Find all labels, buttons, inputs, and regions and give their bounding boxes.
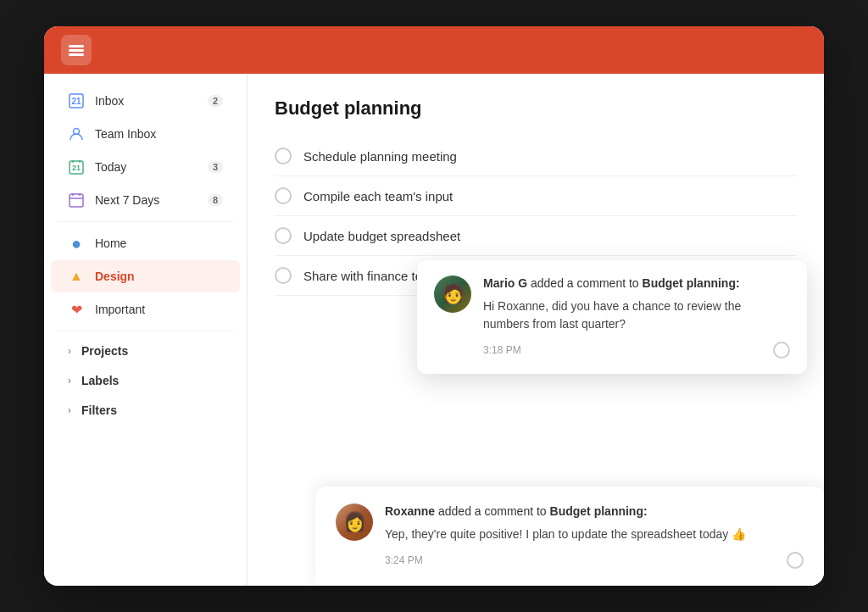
mario-avatar: 🧑	[434, 275, 471, 313]
today-icon: 21	[68, 159, 85, 175]
sidebar-section-projects[interactable]: › Projects	[51, 337, 240, 365]
roxanne-avatar: 👩	[336, 504, 373, 541]
mario-message: Hi Roxanne, did you have a chance to rev…	[483, 298, 790, 333]
svg-rect-7	[70, 194, 83, 207]
today-badge: 3	[208, 161, 223, 173]
task-checkbox-3[interactable]	[275, 227, 292, 244]
sidebar-inbox-label: Inbox	[95, 94, 198, 108]
content-area: Budget planning Schedule planning meetin…	[248, 74, 824, 586]
mario-action: added a comment to	[531, 276, 643, 290]
sidebar-section-labels[interactable]: › Labels	[51, 366, 240, 395]
important-heart-icon: ❤	[68, 301, 85, 318]
roxanne-notification-body: Roxanne added a comment to Budget planni…	[385, 504, 804, 569]
roxanne-check-button[interactable]	[787, 552, 804, 569]
mario-notification-body: Mario G added a comment to Budget planni…	[483, 275, 790, 359]
roxanne-notification-card: 👩 Roxanne added a comment to Budget plan…	[315, 487, 824, 586]
app-logo[interactable]	[61, 35, 92, 65]
roxanne-message: Yep, they're quite positive! I plan to u…	[385, 526, 804, 543]
task-checkbox-2[interactable]	[275, 187, 292, 204]
roxanne-time: 3:24 PM	[385, 554, 423, 566]
task-item: Compile each team's input	[275, 176, 797, 216]
mario-notification-title: Mario G added a comment to Budget planni…	[483, 275, 790, 292]
svg-text:21: 21	[72, 164, 81, 172]
filters-chevron-icon: ›	[68, 404, 71, 416]
sidebar-item-home[interactable]: ● Home	[51, 227, 240, 259]
mario-notification-popup: 🧑 Mario G added a comment to Budget plan…	[417, 260, 807, 374]
mario-footer: 3:18 PM	[483, 342, 790, 359]
labels-chevron-icon: ›	[68, 375, 71, 387]
home-dot-icon: ●	[68, 235, 85, 252]
mario-name: Mario G	[483, 276, 527, 290]
mario-check-button[interactable]	[773, 342, 790, 359]
sidebar-design-label: Design	[95, 270, 223, 283]
page-title: Budget planning	[275, 97, 797, 120]
roxanne-target: Budget planning:	[550, 504, 648, 518]
design-triangle-icon: ▲	[68, 268, 85, 285]
sidebar-next7-label: Next 7 Days	[95, 193, 198, 207]
sidebar-item-today[interactable]: 21 Today 3	[51, 151, 240, 183]
sidebar-section-filters[interactable]: › Filters	[51, 396, 240, 425]
sidebar-item-design[interactable]: ▲ Design	[51, 260, 240, 292]
task-item: Schedule planning meeting	[275, 136, 797, 176]
sidebar: 21 Inbox 2 Team Inbox	[44, 74, 248, 586]
inbox-badge: 2	[208, 95, 223, 107]
sidebar-item-next7days[interactable]: Next 7 Days 8	[51, 184, 240, 216]
mario-target: Budget planning:	[643, 276, 740, 290]
task-text-1: Schedule planning meeting	[303, 149, 457, 164]
sidebar-home-label: Home	[95, 236, 223, 250]
task-text-2: Compile each team's input	[303, 189, 453, 203]
roxanne-notification-title: Roxanne added a comment to Budget planni…	[385, 504, 804, 520]
sidebar-today-label: Today	[95, 160, 198, 174]
next7-badge: 8	[208, 194, 223, 206]
inbox-icon: 21	[68, 92, 85, 109]
roxanne-footer: 3:24 PM	[385, 552, 804, 569]
task-item: Update budget spreadsheet	[275, 216, 797, 256]
mario-time: 3:18 PM	[483, 344, 521, 356]
sidebar-item-inbox[interactable]: 21 Inbox 2	[51, 85, 240, 117]
task-checkbox-4[interactable]	[275, 267, 292, 284]
task-text-3: Update budget spreadsheet	[303, 229, 460, 243]
sidebar-item-team-inbox[interactable]: Team Inbox	[51, 118, 240, 150]
sidebar-labels-label: Labels	[81, 374, 119, 387]
sidebar-divider-1	[58, 221, 233, 222]
next7-icon	[68, 192, 85, 209]
main-layout: 21 Inbox 2 Team Inbox	[44, 74, 824, 586]
team-inbox-icon	[68, 125, 85, 142]
sidebar-team-inbox-label: Team Inbox	[95, 127, 223, 141]
sidebar-item-important[interactable]: ❤ Important	[51, 293, 240, 325]
sidebar-filters-label: Filters	[81, 403, 117, 417]
projects-chevron-icon: ›	[68, 345, 71, 357]
app-window: 21 Inbox 2 Team Inbox	[44, 26, 824, 586]
svg-text:21: 21	[71, 97, 81, 106]
task-checkbox-1[interactable]	[275, 147, 292, 164]
roxanne-name: Roxanne	[385, 504, 435, 518]
sidebar-divider-2	[58, 331, 233, 331]
sidebar-projects-label: Projects	[81, 344, 128, 358]
roxanne-action: added a comment to	[438, 504, 550, 518]
header	[44, 26, 824, 74]
logo-icon	[69, 45, 84, 56]
sidebar-important-label: Important	[95, 303, 223, 316]
